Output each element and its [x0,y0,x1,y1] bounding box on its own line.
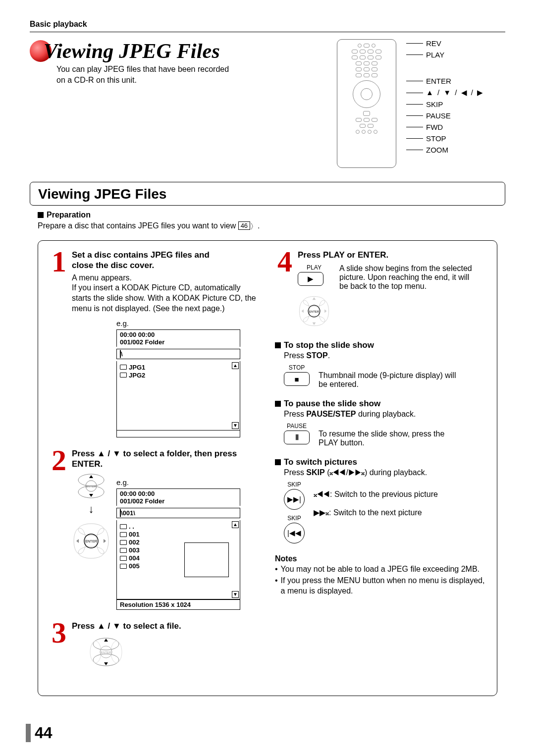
scroll-up-icon: ▲ [232,521,239,528]
pause-slideshow-heading: To pause the slide show [284,399,380,408]
svg-text:ENTER: ENTER [86,485,97,488]
svg-marker-31 [324,310,326,313]
preview-box [184,542,229,577]
skip-next-icon: ▶▶| [284,489,305,510]
remote-label-play: PLAY [406,51,484,59]
pause-key-icon: Ⅱ [284,431,310,444]
svg-text:ENTER: ENTER [101,651,111,654]
remote-label-arrows: ▲ / ▼ / ◀ / ▶ [406,88,484,97]
remote-label-skip: SKIP [406,100,484,108]
step4-body: A slide show begins from the selected pi… [339,264,486,291]
remote-label-enter: ENTER [406,77,484,85]
image-icon [120,548,127,553]
remote-label-fwd: FWD [406,123,484,131]
osd-menu-1: 00:00 00:00001/002 Folder \ ▲ ▼ JPG1 JPG… [116,329,240,437]
remote-label-pause: PAUSE [406,111,484,120]
svg-point-16 [90,641,101,663]
step1-body: A menu appears. If you insert a KODAK Pi… [72,273,260,314]
step1-title: Set a disc contains JPEG files andclose … [72,250,260,271]
stop-slideshow-heading: To stop the slide show [284,340,374,350]
down-arrow-icon: ↓ [72,503,110,516]
note-item: You may not be able to load a JPEG file … [275,564,486,575]
osd-resolution: Resolution 1536 x 1024 [116,599,240,610]
svg-point-17 [111,641,122,663]
svg-marker-28 [313,297,316,300]
switch-pictures-text: Press SKIP (𝄪◀◀/▶▶𝄪) during playback. [284,468,486,477]
page-title: Viewing JPEG Files [44,39,220,63]
preparation-heading: Preparation [47,211,91,219]
svg-marker-30 [302,310,304,313]
step2-title: Press ▲ / ▼ to select a folder, then pre… [72,448,260,470]
notes-heading: Notes [275,554,486,563]
folder-icon [120,524,127,529]
pause-key-label: PAUSE [284,423,310,430]
section-breadcrumb: Basic playback [30,20,505,29]
switch-pictures-heading: To switch pictures [284,457,357,467]
svg-marker-5 [89,494,93,497]
scroll-down-icon: ▼ [232,422,239,429]
svg-text:ENTER: ENTER [85,540,97,543]
remote-outline [337,39,396,168]
stop-slideshow-desc: Thumbnail mode (9-picture display) willb… [319,371,486,389]
folder-icon [120,373,127,378]
svg-marker-12 [76,539,79,543]
image-icon [120,532,127,537]
step3-title: Press ▲ / ▼ to select a file. [72,621,260,631]
step-number-4: 4 [275,250,295,329]
skip-key-label: SKIP [284,481,305,488]
dpad-updown-icon: ENTER [72,473,110,499]
section-title: Viewing JPEG Files [30,182,505,205]
page-reference: 46 [238,221,250,230]
dpad-enter-icon: ENTER [72,522,110,560]
pause-slideshow-desc: To resume the slide show, press thePLAY … [319,430,486,447]
skip-key-label: SKIP [284,515,305,522]
image-icon [120,540,127,545]
stop-slideshow-text: Press STOP. [284,351,486,360]
switch-pictures-desc: 𝄪◀◀: Switch to the previous picture ▶▶𝄪:… [314,490,486,517]
step4-title: Press PLAY or ENTER. [298,250,486,260]
step-number-3: 3 [49,621,69,670]
svg-marker-4 [89,475,93,478]
preparation-text: Prepare a disc that contains JPEG files … [38,221,505,231]
osd-menu-2: 00:00 00:00001/002 Folder \001\ ▲ ▼ . . [116,488,240,610]
pause-slideshow-text: Press PAUSE/STEP during playback. [284,410,486,419]
page-subtitle: You can play JPEG files that have been r… [56,64,322,85]
note-item: If you press the MENU button when no men… [275,576,486,596]
play-key-label: PLAY [298,264,330,271]
remote-label-rev: REV [406,39,484,48]
example-label: e.g. [116,478,260,486]
remote-label-zoom: ZOOM [406,146,484,154]
dpad-enter-icon: ENTER [298,295,330,327]
dpad-updown-icon: ENTER [87,636,125,668]
step-number-1: 1 [49,250,69,437]
step-number-2: 2 [49,448,69,610]
svg-text:ENTER: ENTER [309,310,319,313]
play-key-icon: ▶ [298,272,323,286]
svg-marker-29 [313,323,316,325]
skip-prev-icon: |◀◀ [284,523,305,543]
dpad-icon [353,80,380,108]
scroll-up-icon: ▲ [232,362,239,369]
folder-icon [120,365,127,370]
svg-marker-21 [104,662,108,665]
stop-key-icon: ■ [284,372,310,386]
image-icon [120,564,127,569]
section-header: Viewing JPEG Files [30,182,505,206]
remote-diagram: REV PLAY ENTER ▲ / ▼ / ◀ / ▶ SKIP PAUSE … [337,39,505,168]
example-label: e.g. [116,319,260,327]
page-number: 44 [26,724,53,742]
svg-marker-13 [104,539,106,543]
scroll-down-icon: ▼ [232,591,239,598]
remote-label-stop: STOP [406,134,484,143]
divider [30,32,505,32]
image-icon [120,556,127,561]
stop-key-label: STOP [284,364,310,371]
svg-marker-20 [104,639,108,642]
